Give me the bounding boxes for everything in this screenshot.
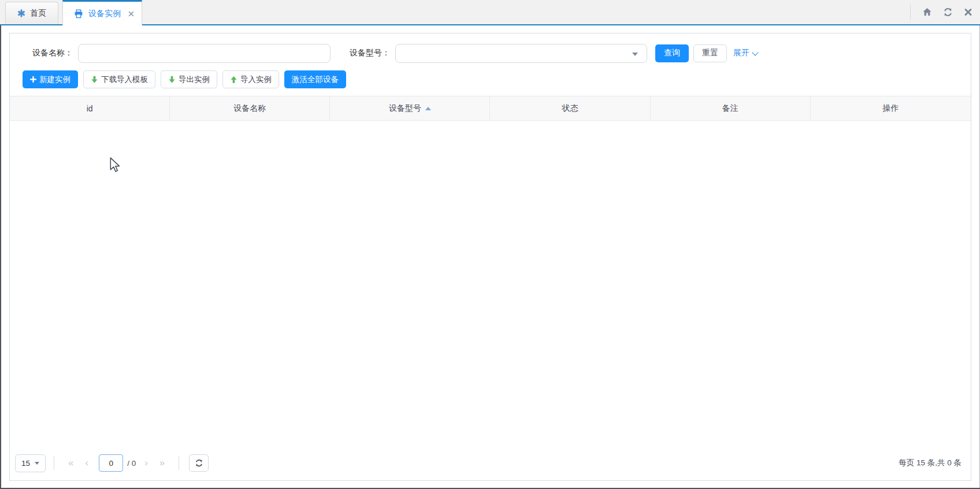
col-header-device-name[interactable]: 设备名称: [170, 96, 330, 120]
select-caret-icon: [632, 53, 638, 56]
query-button[interactable]: 查询: [655, 44, 689, 62]
page-size-dropdown[interactable]: 15: [15, 454, 46, 472]
export-instance-button[interactable]: 导出实例: [161, 70, 217, 88]
total-pages-label: / 0: [127, 459, 136, 468]
new-instance-label: 新建实例: [39, 74, 70, 85]
home-icon[interactable]: [922, 8, 932, 17]
download-template-label: 下载导入模板: [101, 74, 148, 85]
app-window: 首页 设备实例: [0, 0, 980, 489]
pager-divider: [179, 456, 179, 470]
sort-asc-icon: [425, 107, 431, 110]
device-model-select[interactable]: [395, 44, 647, 63]
tab-home[interactable]: 首页: [5, 2, 58, 24]
pager-refresh-button[interactable]: [189, 454, 209, 472]
col-header-status[interactable]: 状态: [490, 96, 650, 120]
refresh-icon[interactable]: [943, 8, 953, 17]
device-name-input[interactable]: [78, 44, 331, 63]
last-page-button[interactable]: »: [159, 457, 165, 469]
device-instance-panel: 设备名称： 设备型号： 查询 重置 展开: [9, 33, 971, 481]
page-number-input[interactable]: [99, 454, 123, 472]
toolbar: 新建实例 下载导入模板 导出实例: [23, 70, 971, 88]
download-template-button[interactable]: 下载导入模板: [83, 70, 155, 88]
chevron-down-icon: [752, 49, 758, 55]
pagination-bar: 15 « ‹ / 0 › »: [10, 448, 971, 480]
table-body-empty: [10, 121, 971, 432]
tab-home-label: 首页: [30, 8, 46, 18]
device-model-label: 设备型号：: [331, 48, 395, 58]
mouse-cursor-icon: [109, 157, 121, 176]
expand-link[interactable]: 展开: [733, 48, 758, 58]
arrow-up-icon: [230, 76, 237, 84]
tabbar-actions: [910, 0, 972, 24]
arrow-down-icon: [91, 76, 98, 84]
printer-icon: [74, 9, 83, 18]
page-size-caret-icon: [35, 462, 39, 465]
tabbar-divider: [910, 5, 911, 20]
close-icon[interactable]: [964, 8, 972, 16]
plus-icon: [30, 76, 36, 83]
new-instance-button[interactable]: 新建实例: [23, 70, 78, 88]
page-size-value: 15: [21, 459, 30, 468]
main-area: 设备名称： 设备型号： 查询 重置 展开: [0, 25, 980, 481]
refresh-icon: [195, 459, 203, 467]
tab-bar: 首页 设备实例: [0, 0, 980, 25]
col-header-device-model[interactable]: 设备型号: [330, 96, 490, 120]
first-page-button[interactable]: «: [68, 457, 73, 469]
next-page-button[interactable]: ›: [144, 457, 148, 469]
import-instance-label: 导入实例: [240, 74, 272, 85]
import-instance-button[interactable]: 导入实例: [222, 70, 279, 88]
col-header-id[interactable]: id: [10, 96, 170, 120]
device-name-label: 设备名称：: [10, 48, 78, 58]
tab-close-icon[interactable]: [128, 11, 134, 17]
arrow-down-icon: [168, 76, 176, 84]
pager-divider: [54, 456, 54, 470]
pager-summary: 每页 15 条,共 0 条: [899, 458, 963, 468]
col-header-remark[interactable]: 备注: [651, 96, 811, 120]
tab-device-instance[interactable]: 设备实例: [62, 0, 142, 25]
reset-button[interactable]: 重置: [693, 44, 727, 62]
home-tab-icon: [17, 9, 25, 17]
table-header: id 设备名称 设备型号 状态 备注 操作: [10, 96, 971, 121]
search-form: 设备名称： 设备型号： 查询 重置 展开: [10, 43, 971, 63]
col-header-operation[interactable]: 操作: [811, 96, 971, 120]
tab-device-instance-label: 设备实例: [88, 9, 121, 19]
expand-link-label: 展开: [733, 48, 749, 58]
activate-all-button[interactable]: 激活全部设备: [284, 70, 346, 88]
prev-page-button[interactable]: ‹: [86, 457, 89, 469]
export-instance-label: 导出实例: [179, 74, 210, 85]
